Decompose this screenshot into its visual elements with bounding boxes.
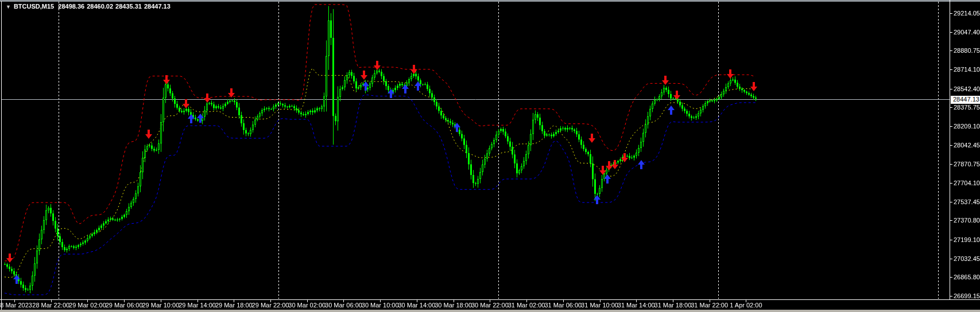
price-chart-canvas[interactable] [0,0,980,312]
trading-chart-window: ▼BTCUSD,M15 28498.3628460.0228435.312844… [0,0,980,312]
